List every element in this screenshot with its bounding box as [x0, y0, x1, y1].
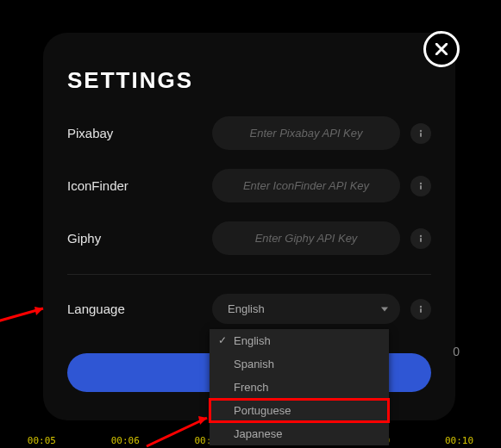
language-option-english[interactable]: English [210, 329, 389, 352]
timeline-tick: 00:10 [417, 435, 501, 446]
label-pixabay: Pixabay [67, 126, 212, 140]
label-language: Language [67, 302, 212, 316]
svg-rect-7 [420, 308, 422, 313]
info-icon [416, 234, 425, 243]
select-language[interactable]: English [212, 294, 400, 324]
info-icon [416, 305, 425, 314]
info-button-pixabay[interactable] [410, 123, 431, 144]
svg-point-4 [420, 234, 422, 236]
background-count: 0 [453, 345, 460, 358]
input-iconfinder-api-key[interactable] [212, 169, 400, 202]
svg-point-6 [420, 305, 422, 307]
divider [67, 274, 431, 275]
label-giphy: Giphy [67, 231, 212, 246]
svg-rect-5 [420, 238, 422, 242]
language-option-spanish[interactable]: Spanish [210, 352, 389, 376]
label-iconfinder: IconFinder [67, 178, 212, 193]
info-button-iconfinder[interactable] [410, 176, 431, 196]
language-option-japanese[interactable]: Japanese [210, 422, 389, 445]
input-pixabay-api-key[interactable] [212, 116, 400, 150]
svg-point-2 [420, 182, 422, 184]
setting-row-iconfinder: IconFinder [67, 169, 431, 202]
svg-rect-1 [420, 133, 422, 137]
setting-row-pixabay: Pixabay [67, 116, 431, 150]
language-dropdown: English Spanish French Portuguese Japane… [210, 329, 389, 445]
timeline-tick: 00:06 [84, 435, 167, 446]
language-option-french[interactable]: French [210, 376, 389, 399]
page-title: SETTINGS [67, 67, 431, 94]
svg-rect-3 [420, 185, 422, 190]
language-option-portuguese[interactable]: Portuguese [210, 399, 389, 422]
select-language-value: English [228, 302, 265, 315]
svg-marker-9 [34, 307, 43, 315]
info-icon [416, 129, 425, 138]
setting-row-giphy: Giphy [67, 221, 431, 255]
input-giphy-api-key[interactable] [212, 221, 400, 255]
close-icon [435, 43, 448, 55]
timeline-tick: 00:05 [0, 435, 84, 446]
info-button-language[interactable] [410, 299, 431, 320]
svg-line-8 [0, 308, 43, 323]
setting-row-language: Language English [67, 294, 431, 324]
info-icon [416, 182, 425, 190]
close-button[interactable] [423, 31, 460, 67]
info-button-giphy[interactable] [410, 228, 431, 249]
svg-point-0 [420, 129, 422, 131]
chevron-down-icon [381, 307, 388, 311]
